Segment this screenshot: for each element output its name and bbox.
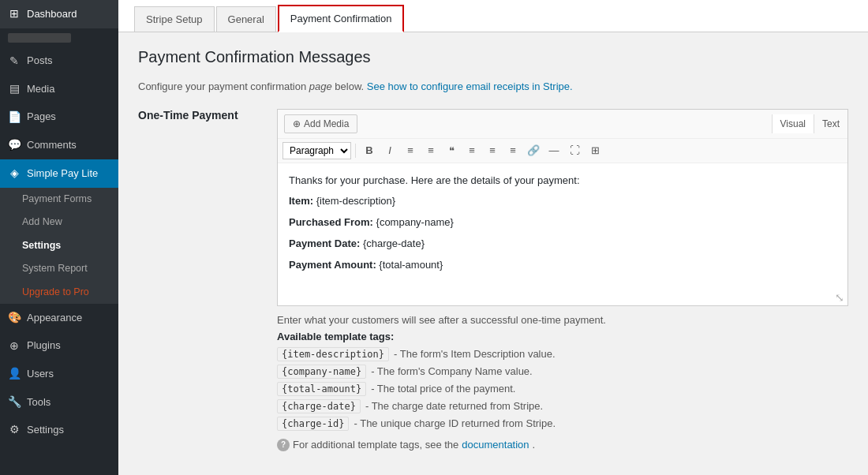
sidebar-item-simple-pay-lite[interactable]: ◈ Simple Pay Lite	[0, 159, 118, 188]
tag-row-3: {charge-date} - The charge date returned…	[277, 399, 848, 413]
text-tab-button[interactable]: Text	[814, 114, 847, 133]
sidebar-item-system-report[interactable]: System Report	[0, 257, 118, 281]
editor-resize-handle[interactable]: ⤡	[278, 290, 847, 305]
tag-total-amount-desc: - The total price of the payment.	[371, 383, 515, 395]
visual-tab-button[interactable]: Visual	[772, 114, 814, 133]
tab-stripe-setup[interactable]: Stripe Setup	[134, 6, 215, 32]
paragraph-select[interactable]: Paragraph	[282, 142, 351, 159]
bold-button[interactable]: B	[360, 142, 379, 159]
tag-row-0: {item-description} - The form's Item Des…	[277, 347, 848, 361]
sidebar-item-settings[interactable]: ⚙ Settings	[0, 416, 118, 444]
documentation-link[interactable]: documentation	[462, 439, 529, 451]
align-center-button[interactable]: ≡	[483, 142, 502, 159]
tag-row-1: {company-name} - The form's Company Name…	[277, 365, 848, 379]
plugins-icon: ⊕	[8, 338, 21, 354]
one-time-payment-label: One-Time Payment	[138, 109, 264, 122]
tag-charge-id-desc: - The unique charge ID returned from Str…	[354, 417, 556, 429]
sidebar-item-add-new[interactable]: Add New	[0, 211, 118, 234]
sidebar: ⊞ Dashboard ✎ Posts ▤ Media 📄 Pages 💬 Co…	[0, 0, 118, 475]
sidebar-item-media[interactable]: ▤ Media	[0, 75, 118, 103]
tag-company-name-desc: - The form's Company Name value.	[371, 365, 533, 377]
description: Configure your payment confirmation page…	[138, 79, 848, 95]
fullscreen-button[interactable]: ⛶	[565, 142, 584, 159]
visual-text-toggle: Visual Text	[772, 114, 847, 133]
media-icon: ▤	[8, 81, 21, 97]
settings-icon: ⚙	[8, 422, 21, 438]
simple-pay-lite-submenu: Payment Forms Add New Settings System Re…	[0, 188, 118, 305]
sidebar-item-posts[interactable]: ✎ Posts	[0, 47, 118, 76]
content-area: Payment Confirmation Messages Configure …	[118, 32, 868, 475]
sidebar-item-comments[interactable]: 💬 Comments	[0, 131, 118, 159]
tools-icon: 🔧	[8, 395, 21, 410]
horizontal-rule-button[interactable]: —	[544, 142, 563, 159]
section-hint: Enter what your customers will see after…	[277, 314, 848, 326]
sidebar-item-payment-forms[interactable]: Payment Forms	[0, 188, 118, 211]
align-right-button[interactable]: ≡	[503, 142, 522, 159]
add-media-icon: ⊕	[293, 118, 301, 129]
one-time-payment-section: One-Time Payment ⊕ Add Media Visual	[138, 109, 848, 451]
editor-container: ⊕ Add Media Visual Text Paragraph	[277, 109, 848, 306]
sidebar-item-settings[interactable]: Settings	[0, 234, 118, 258]
available-tags-label: Available template tags:	[277, 331, 848, 342]
users-icon: 👤	[8, 366, 21, 382]
sidebar-item-tools[interactable]: 🔧 Tools	[0, 388, 118, 417]
below-editor: Enter what your customers will see after…	[277, 314, 848, 451]
tag-row-4: {charge-id} - The unique charge ID retur…	[277, 417, 848, 431]
tag-row-2: {total-amount} - The total price of the …	[277, 382, 848, 396]
sidebar-item-users[interactable]: 👤 Users	[0, 360, 118, 388]
help-row: ? For additional template tags, see the …	[277, 439, 848, 451]
tag-item-description-desc: - The form's Item Description value.	[394, 348, 556, 360]
comments-icon: 💬	[8, 137, 21, 153]
tag-item-description: {item-description}	[277, 347, 389, 361]
sidebar-item-appearance[interactable]: 🎨 Appearance	[0, 304, 118, 332]
editor-top-left: ⊕ Add Media	[278, 110, 364, 138]
tab-payment-confirmation[interactable]: Payment Confirmation	[278, 5, 405, 32]
help-icon: ?	[277, 439, 290, 451]
editor-top-row: ⊕ Add Media Visual Text	[278, 110, 847, 139]
italic-button[interactable]: I	[380, 142, 399, 159]
editor-format-bar: Paragraph B I ≡ ≡ ❝ ≡ ≡ ≡ 🔗 — ⛶	[278, 139, 847, 163]
editor-wrapper: ⊕ Add Media Visual Text Paragraph	[277, 109, 848, 451]
tag-total-amount: {total-amount}	[277, 382, 366, 396]
tag-charge-date-desc: - The charge date returned from Stripe.	[365, 400, 543, 412]
link-button[interactable]: 🔗	[524, 142, 543, 159]
appearance-icon: 🎨	[8, 310, 21, 326]
pages-icon: 📄	[8, 110, 21, 125]
main-content: Stripe Setup General Payment Confirmatio…	[118, 0, 868, 475]
table-button[interactable]: ⊞	[586, 142, 604, 159]
posts-icon: ✎	[8, 54, 21, 69]
tabs-bar: Stripe Setup General Payment Confirmatio…	[118, 0, 868, 32]
editor-body[interactable]: Thanks for your purchase. Here are the d…	[278, 163, 847, 290]
blockquote-button[interactable]: ❝	[442, 142, 461, 159]
sidebar-item-upgrade[interactable]: Upgrade to Pro	[0, 281, 118, 305]
sidebar-item-plugins[interactable]: ⊕ Plugins	[0, 332, 118, 361]
dashboard-icon: ⊞	[8, 6, 21, 22]
sidebar-item-pages[interactable]: 📄 Pages	[0, 103, 118, 132]
tag-company-name: {company-name}	[277, 365, 366, 379]
sidebar-item-dashboard[interactable]: ⊞ Dashboard	[0, 0, 118, 28]
stripe-docs-link[interactable]: See how to configure email receipts in S…	[367, 80, 573, 92]
tag-charge-id: {charge-id}	[277, 417, 349, 431]
add-media-button[interactable]: ⊕ Add Media	[284, 114, 357, 133]
tag-charge-date: {charge-date}	[277, 399, 361, 413]
unordered-list-button[interactable]: ≡	[401, 142, 420, 159]
tab-general[interactable]: General	[216, 6, 276, 32]
format-separator-1	[355, 144, 356, 158]
align-left-button[interactable]: ≡	[462, 142, 481, 159]
simple-pay-lite-icon: ◈	[8, 166, 21, 181]
ordered-list-button[interactable]: ≡	[421, 142, 440, 159]
page-title: Payment Confirmation Messages	[138, 48, 848, 66]
